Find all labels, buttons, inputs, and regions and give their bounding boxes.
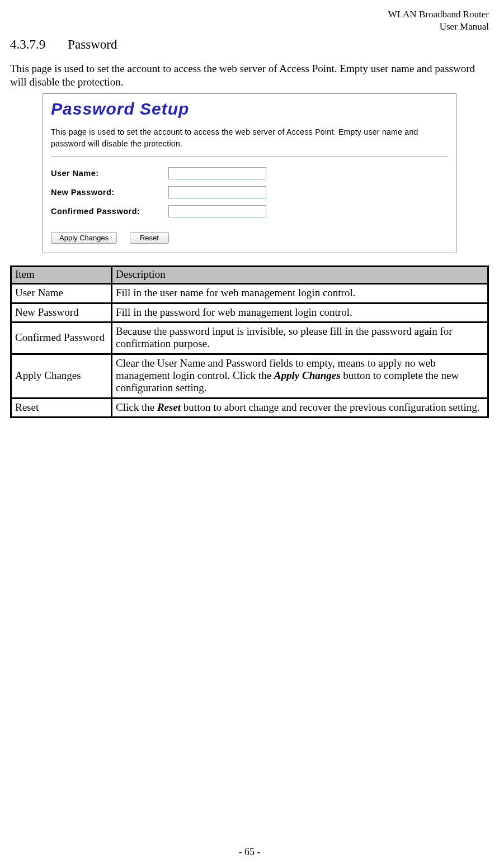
cell-desc: Clear the User Name and Password fields …: [112, 355, 487, 399]
divider: [51, 156, 448, 157]
newpassword-input[interactable]: [168, 186, 266, 198]
username-row: User Name:: [51, 167, 448, 179]
description-table: Item Description User Name Fill in the u…: [10, 265, 489, 419]
table-row: User Name Fill in the user name for web …: [12, 284, 487, 304]
confpassword-input[interactable]: [168, 205, 266, 217]
newpassword-label: New Password:: [51, 188, 168, 197]
cell-item: Apply Changes: [12, 355, 112, 399]
reset-button[interactable]: Reset: [130, 232, 169, 244]
button-row: Apply Changes Reset: [51, 231, 448, 244]
cell-item: Confirmed Password: [12, 323, 112, 355]
username-label: User Name:: [51, 169, 168, 178]
cell-item: User Name: [12, 284, 112, 304]
cell-item: New Password: [12, 304, 112, 324]
section-number: 4.3.7.9: [10, 37, 45, 51]
apply-changes-button[interactable]: Apply Changes: [51, 232, 117, 244]
confpassword-row: Confirmed Password:: [51, 205, 448, 217]
confpassword-label: Confirmed Password:: [51, 207, 168, 216]
table-row: Reset Click the Reset button to abort ch…: [12, 399, 487, 417]
panel-description: This page is used to set the account to …: [51, 126, 448, 150]
table-row: Confirmed Password Because the password …: [12, 323, 487, 355]
cell-desc: Fill in the password for web management …: [112, 304, 487, 324]
screenshot-panel: Password Setup This page is used to set …: [43, 93, 456, 253]
newpassword-row: New Password:: [51, 186, 448, 198]
doc-title-line1: WLAN Broadband Router: [10, 8, 489, 21]
table-header-row: Item Description: [12, 267, 487, 284]
cell-desc: Click the Reset button to abort change a…: [112, 399, 487, 417]
section-heading: 4.3.7.9Password: [10, 37, 489, 52]
cell-desc: Fill in the user name for web management…: [112, 284, 487, 304]
section-title: Password: [68, 37, 117, 51]
table-row: Apply Changes Clear the User Name and Pa…: [12, 355, 487, 399]
cell-desc: Because the password input is invisible,…: [112, 323, 487, 355]
header-desc: Description: [112, 267, 487, 284]
doc-header: WLAN Broadband Router User Manual: [10, 8, 489, 33]
header-item: Item: [12, 267, 112, 284]
cell-item: Reset: [12, 399, 112, 417]
panel-title: Password Setup: [51, 99, 448, 118]
doc-title-line2: User Manual: [10, 21, 489, 33]
page-number: - 65 -: [0, 846, 499, 858]
username-input[interactable]: [168, 167, 266, 179]
table-row: New Password Fill in the password for we…: [12, 304, 487, 324]
intro-paragraph: This page is used to set the account to …: [10, 62, 489, 89]
